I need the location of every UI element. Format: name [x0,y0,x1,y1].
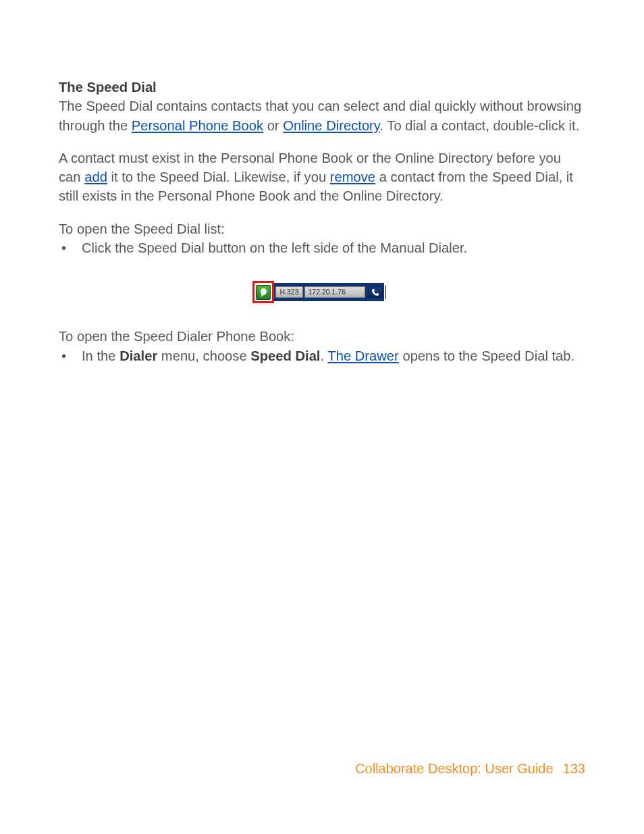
page-number: 133 [563,761,585,776]
protocol-label: H.323 [279,287,298,297]
bullet-text-b: menu, choose [157,348,250,363]
add-link[interactable]: add [84,170,107,184]
bullet-text-d: opens to the Speed Dial tab. [399,348,574,363]
footer-title: Collaborate Desktop: User Guide [355,761,553,776]
manual-dialer-bar: H.323 172.20.1.76 [274,283,383,301]
section-heading: The Speed Dial [59,80,157,95]
speed-dial-button[interactable] [256,285,271,300]
dialer-screenshot: H.323 172.20.1.76 [59,281,585,303]
list-item: In the Dialer menu, choose Speed Dial. T… [59,346,585,365]
phone-icon [371,288,379,296]
intro-text-2: or [263,118,283,133]
open-phonebook-instruction: To open the Speed Dialer Phone Book: [59,327,585,346]
personal-phone-book-link[interactable]: Personal Phone Book [132,118,263,133]
prerequisite-paragraph: A contact must exist in the Personal Pho… [59,149,585,206]
address-input[interactable]: 172.20.1.76 [304,286,365,298]
document-page: The Speed Dial The Speed Dial contains c… [0,0,644,834]
remove-link[interactable]: remove [330,170,375,184]
content-area: The Speed Dial The Speed Dial contains c… [59,78,585,365]
intro-text-3: . To dial a contact, double-click it. [379,118,579,133]
page-footer: Collaborate Desktop: User Guide133 [355,761,585,777]
speed-dial-button-highlight [252,281,274,303]
prereq-text-2: it to the Speed Dial. Likewise, if you [107,170,330,184]
bullet-text-c: . [320,348,327,363]
list-item: Click the Speed Dial button on the left … [59,238,585,257]
protocol-selector[interactable]: H.323 [275,286,302,298]
speed-dial-icon [259,288,268,297]
speed-dial-menu-item: Speed Dial [250,348,320,363]
intro-paragraph: The Speed Dial contains contacts that yo… [59,97,585,135]
bullet-text-a: In the [82,348,119,363]
open-list-instruction: To open the Speed Dial list: [59,219,585,238]
bullet-text: Click the Speed Dial button on the left … [82,240,467,255]
text-cursor [385,286,386,299]
call-button[interactable] [368,286,383,298]
online-directory-link[interactable]: Online Directory [283,118,379,133]
the-drawer-link[interactable]: The Drawer [327,348,398,363]
address-value: 172.20.1.76 [308,287,346,297]
dialer-menu-name: Dialer [119,348,157,363]
